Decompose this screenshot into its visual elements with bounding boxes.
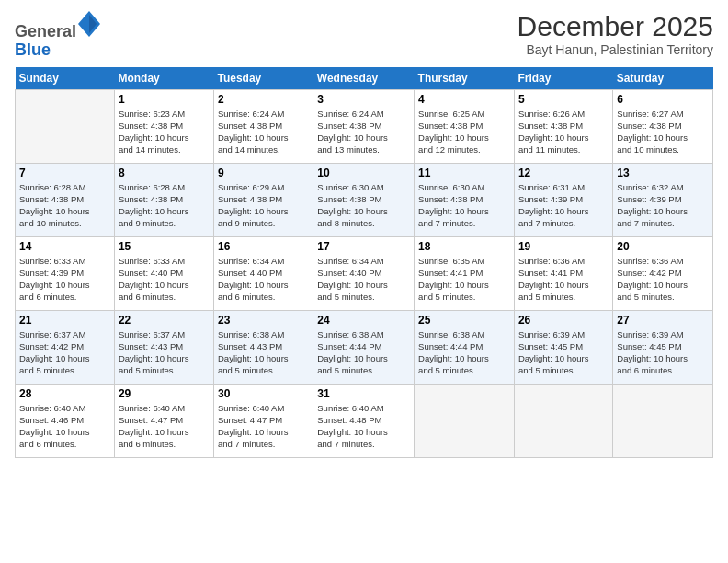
header-cell-monday: Monday (114, 67, 213, 90)
day-number: 27 (617, 314, 709, 327)
day-number: 23 (218, 314, 309, 327)
day-number: 22 (119, 314, 210, 327)
day-number: 14 (19, 240, 110, 253)
day-cell: 18Sunrise: 6:35 AM Sunset: 4:41 PM Dayli… (415, 236, 515, 310)
day-number: 26 (518, 314, 609, 327)
day-info: Sunrise: 6:23 AM Sunset: 4:38 PM Dayligh… (119, 108, 210, 156)
day-info: Sunrise: 6:34 AM Sunset: 4:40 PM Dayligh… (317, 255, 410, 304)
day-info: Sunrise: 6:34 AM Sunset: 4:40 PM Dayligh… (218, 255, 309, 304)
day-number: 17 (317, 240, 410, 253)
day-info: Sunrise: 6:38 AM Sunset: 4:44 PM Dayligh… (418, 328, 510, 377)
day-number: 13 (617, 167, 709, 179)
day-info: Sunrise: 6:24 AM Sunset: 4:38 PM Dayligh… (317, 108, 410, 156)
day-number: 3 (317, 93, 410, 106)
day-info: Sunrise: 6:32 AM Sunset: 4:39 PM Dayligh… (617, 181, 709, 230)
day-info: Sunrise: 6:28 AM Sunset: 4:38 PM Dayligh… (119, 181, 210, 230)
week-row-5: 28Sunrise: 6:40 AM Sunset: 4:46 PM Dayli… (16, 384, 713, 457)
day-cell: 25Sunrise: 6:38 AM Sunset: 4:44 PM Dayli… (415, 310, 515, 384)
day-cell: 31Sunrise: 6:40 AM Sunset: 4:48 PM Dayli… (313, 384, 415, 457)
day-info: Sunrise: 6:33 AM Sunset: 4:39 PM Dayligh… (19, 255, 110, 304)
day-cell: 8Sunrise: 6:28 AM Sunset: 4:38 PM Daylig… (114, 163, 213, 236)
day-info: Sunrise: 6:36 AM Sunset: 4:41 PM Dayligh… (518, 255, 609, 304)
day-info: Sunrise: 6:38 AM Sunset: 4:43 PM Dayligh… (218, 328, 309, 377)
day-cell: 17Sunrise: 6:34 AM Sunset: 4:40 PM Dayli… (313, 236, 415, 310)
week-row-1: 1Sunrise: 6:23 AM Sunset: 4:38 PM Daylig… (16, 89, 713, 163)
day-number: 15 (119, 240, 210, 253)
title-section: December 2025 Bayt Hanun, Palestinian Te… (518, 11, 713, 57)
day-info: Sunrise: 6:40 AM Sunset: 4:47 PM Dayligh… (218, 402, 309, 451)
week-row-2: 7Sunrise: 6:28 AM Sunset: 4:38 PM Daylig… (16, 163, 713, 236)
day-info: Sunrise: 6:26 AM Sunset: 4:38 PM Dayligh… (518, 108, 609, 156)
day-number: 21 (19, 314, 110, 327)
day-number: 30 (218, 387, 309, 400)
subtitle: Bayt Hanun, Palestinian Territory (518, 42, 713, 57)
day-cell: 11Sunrise: 6:30 AM Sunset: 4:38 PM Dayli… (415, 163, 515, 236)
day-info: Sunrise: 6:37 AM Sunset: 4:43 PM Dayligh… (119, 328, 210, 377)
logo-general: General (15, 22, 76, 40)
day-number: 18 (418, 240, 510, 253)
day-cell: 20Sunrise: 6:36 AM Sunset: 4:42 PM Dayli… (613, 236, 713, 310)
day-cell: 1Sunrise: 6:23 AM Sunset: 4:38 PM Daylig… (114, 89, 213, 163)
logo-icon (78, 11, 100, 37)
day-info: Sunrise: 6:29 AM Sunset: 4:38 PM Dayligh… (218, 181, 309, 230)
day-cell: 30Sunrise: 6:40 AM Sunset: 4:47 PM Dayli… (214, 384, 313, 457)
day-number: 2 (218, 93, 309, 106)
day-number: 12 (518, 167, 609, 179)
header-cell-wednesday: Wednesday (313, 67, 415, 90)
day-number: 4 (418, 93, 510, 106)
day-info: Sunrise: 6:40 AM Sunset: 4:48 PM Dayligh… (317, 402, 410, 451)
day-number: 1 (119, 93, 210, 106)
day-info: Sunrise: 6:36 AM Sunset: 4:42 PM Dayligh… (617, 255, 709, 304)
day-number: 29 (119, 387, 210, 400)
header-row: SundayMondayTuesdayWednesdayThursdayFrid… (16, 67, 713, 90)
day-cell: 6Sunrise: 6:27 AM Sunset: 4:38 PM Daylig… (613, 89, 713, 163)
day-cell: 4Sunrise: 6:25 AM Sunset: 4:38 PM Daylig… (415, 89, 515, 163)
day-info: Sunrise: 6:38 AM Sunset: 4:44 PM Dayligh… (317, 328, 410, 377)
logo-blue: Blue (15, 40, 51, 59)
day-number: 8 (119, 167, 210, 179)
day-info: Sunrise: 6:24 AM Sunset: 4:38 PM Dayligh… (218, 108, 309, 156)
day-info: Sunrise: 6:30 AM Sunset: 4:38 PM Dayligh… (317, 181, 410, 230)
day-info: Sunrise: 6:25 AM Sunset: 4:38 PM Dayligh… (418, 108, 510, 156)
day-cell (16, 89, 115, 163)
page-header: General Blue December 2025 Bayt Hanun, P… (15, 11, 713, 60)
day-cell: 13Sunrise: 6:32 AM Sunset: 4:39 PM Dayli… (613, 163, 713, 236)
main-title: December 2025 (518, 11, 713, 42)
day-number: 6 (617, 93, 709, 106)
day-info: Sunrise: 6:37 AM Sunset: 4:42 PM Dayligh… (19, 328, 110, 377)
day-cell: 10Sunrise: 6:30 AM Sunset: 4:38 PM Dayli… (313, 163, 415, 236)
day-cell: 24Sunrise: 6:38 AM Sunset: 4:44 PM Dayli… (313, 310, 415, 384)
day-info: Sunrise: 6:35 AM Sunset: 4:41 PM Dayligh… (418, 255, 510, 304)
day-info: Sunrise: 6:40 AM Sunset: 4:46 PM Dayligh… (19, 402, 110, 451)
day-cell: 3Sunrise: 6:24 AM Sunset: 4:38 PM Daylig… (313, 89, 415, 163)
week-row-4: 21Sunrise: 6:37 AM Sunset: 4:42 PM Dayli… (16, 310, 713, 384)
day-cell (613, 384, 713, 457)
day-number: 7 (19, 167, 110, 179)
header-cell-thursday: Thursday (415, 67, 515, 90)
day-cell: 9Sunrise: 6:29 AM Sunset: 4:38 PM Daylig… (214, 163, 313, 236)
calendar-table: SundayMondayTuesdayWednesdayThursdayFrid… (15, 67, 713, 458)
day-cell (514, 384, 612, 457)
day-cell: 12Sunrise: 6:31 AM Sunset: 4:39 PM Dayli… (514, 163, 612, 236)
day-cell (415, 384, 515, 457)
day-info: Sunrise: 6:40 AM Sunset: 4:47 PM Dayligh… (119, 402, 210, 451)
day-info: Sunrise: 6:27 AM Sunset: 4:38 PM Dayligh… (617, 108, 709, 156)
logo: General Blue (15, 11, 100, 60)
day-cell: 23Sunrise: 6:38 AM Sunset: 4:43 PM Dayli… (214, 310, 313, 384)
day-cell: 5Sunrise: 6:26 AM Sunset: 4:38 PM Daylig… (514, 89, 612, 163)
day-info: Sunrise: 6:39 AM Sunset: 4:45 PM Dayligh… (617, 328, 709, 377)
day-cell: 14Sunrise: 6:33 AM Sunset: 4:39 PM Dayli… (16, 236, 115, 310)
day-cell: 16Sunrise: 6:34 AM Sunset: 4:40 PM Dayli… (214, 236, 313, 310)
day-cell: 2Sunrise: 6:24 AM Sunset: 4:38 PM Daylig… (214, 89, 313, 163)
day-cell: 26Sunrise: 6:39 AM Sunset: 4:45 PM Dayli… (514, 310, 612, 384)
day-number: 19 (518, 240, 609, 253)
day-cell: 7Sunrise: 6:28 AM Sunset: 4:38 PM Daylig… (16, 163, 115, 236)
day-number: 5 (518, 93, 609, 106)
day-cell: 29Sunrise: 6:40 AM Sunset: 4:47 PM Dayli… (114, 384, 213, 457)
header-cell-tuesday: Tuesday (214, 67, 313, 90)
day-number: 20 (617, 240, 709, 253)
day-number: 16 (218, 240, 309, 253)
day-info: Sunrise: 6:28 AM Sunset: 4:38 PM Dayligh… (19, 181, 110, 230)
day-cell: 22Sunrise: 6:37 AM Sunset: 4:43 PM Dayli… (114, 310, 213, 384)
header-cell-friday: Friday (514, 67, 612, 90)
